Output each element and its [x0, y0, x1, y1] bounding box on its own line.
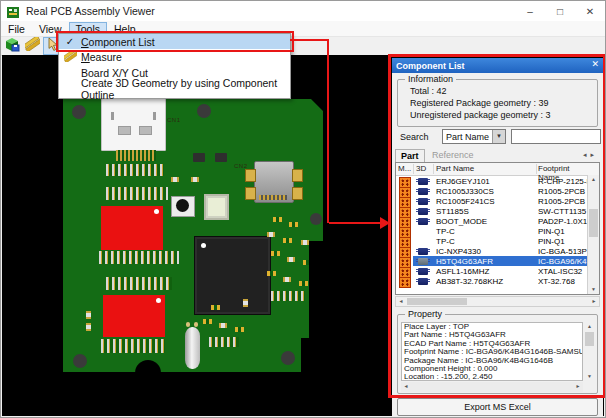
close-button[interactable]: ✕ — [575, 1, 605, 21]
board-edge-notch — [135, 360, 161, 386]
export-ms-excel-button[interactable]: Export MS Excel — [397, 398, 598, 416]
measure-icon — [25, 37, 40, 55]
save-3d-button[interactable] — [3, 38, 21, 54]
measure-button[interactable] — [23, 38, 41, 54]
title-bar: Real PCB Assembly Viewer – □ ✕ — [1, 1, 605, 21]
usb-connector — [254, 161, 294, 203]
push-button — [171, 196, 195, 217]
main-chip — [194, 236, 271, 315]
window-controls: – □ ✕ — [515, 1, 605, 21]
oscillator — [204, 194, 229, 220]
pad-row — [106, 164, 164, 176]
minimize-button[interactable]: – — [515, 1, 545, 21]
app-window: Real PCB Assembly Viewer – □ ✕ File View… — [0, 0, 606, 418]
red-component-2 — [103, 295, 165, 337]
pad-row — [99, 251, 179, 264]
pad-row — [106, 187, 168, 200]
annotation-line — [329, 222, 381, 224]
annotation-line — [290, 39, 329, 41]
mounting-hole — [310, 213, 322, 225]
crystal — [185, 327, 200, 369]
measure-icon — [59, 50, 81, 64]
cn1-label: CN1 — [167, 117, 181, 123]
mounting-hole — [281, 351, 295, 365]
cn2-label: CN2 — [234, 163, 248, 169]
app-icon — [7, 5, 20, 18]
annotation-box-menu-item — [56, 31, 294, 52]
save-3d-icon — [4, 37, 20, 56]
annotation-line — [327, 39, 329, 223]
mounting-hole — [73, 354, 87, 368]
cn1-connector — [101, 97, 166, 151]
pad-row — [106, 277, 172, 290]
window-title: Real PCB Assembly Viewer — [26, 5, 155, 17]
annotation-box-panel — [388, 54, 606, 398]
red-component-1 — [101, 206, 163, 250]
menu-file[interactable]: File — [1, 22, 32, 36]
pcb-board: CN1 CN2 — [63, 99, 331, 373]
pad-row — [101, 339, 165, 353]
mounting-hole — [72, 105, 86, 119]
maximize-button[interactable]: □ — [545, 1, 575, 21]
mounting-hole — [197, 104, 211, 118]
menu-item-create-3d-geometry[interactable]: Create 3D Geometry by using Component Ou… — [59, 81, 290, 97]
